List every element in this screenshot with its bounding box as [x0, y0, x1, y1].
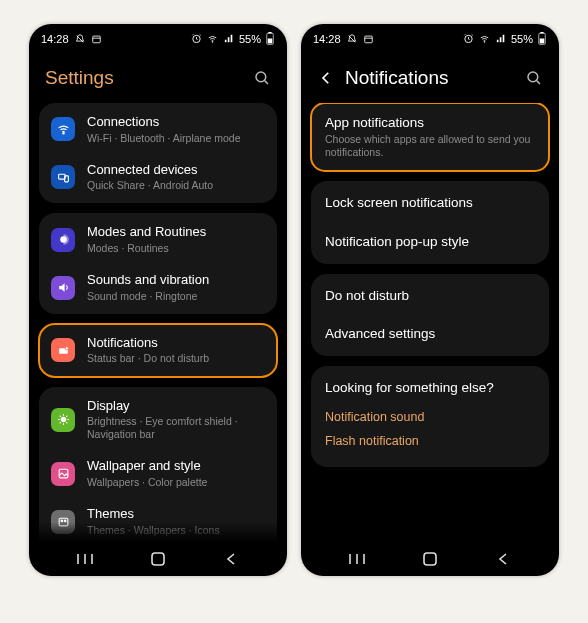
svg-point-12 [65, 346, 68, 349]
wifi-icon [51, 117, 75, 141]
settings-item-modes[interactable]: Modes and Routines Modes · Routines [39, 213, 277, 266]
card-connections: Connections Wi-Fi · Bluetooth · Airplane… [39, 103, 277, 203]
svg-point-7 [62, 132, 63, 133]
card-display: Display Brightness · Eye comfort shield … [39, 387, 277, 542]
status-bar: 14:28 55% [29, 24, 287, 49]
status-time: 14:28 [313, 33, 341, 45]
nav-recents[interactable] [346, 552, 368, 566]
item-sub: Quick Share · Android Auto [87, 179, 264, 192]
item-title: Modes and Routines [87, 224, 264, 240]
item-popup-style[interactable]: Notification pop-up style [311, 226, 549, 264]
back-icon[interactable] [317, 69, 335, 87]
wifi-icon [206, 34, 219, 44]
modes-icon [51, 228, 75, 252]
devices-icon [51, 165, 75, 189]
card-modes: Modes and Routines Modes · Routines Soun… [39, 213, 277, 313]
item-sub: Wi-Fi · Bluetooth · Airplane mode [87, 132, 264, 145]
svg-point-2 [212, 41, 213, 42]
page-title: Notifications [345, 67, 515, 89]
wallpaper-icon [51, 462, 75, 486]
nav-home[interactable] [147, 552, 169, 566]
svg-point-16 [61, 520, 63, 522]
svg-rect-26 [424, 553, 436, 565]
status-time: 14:28 [41, 33, 69, 45]
card-notif-group-2: Do not disturb Advanced settings [311, 274, 549, 356]
notifications-content: App notifications Choose which apps are … [301, 103, 559, 542]
svg-rect-19 [364, 36, 372, 43]
item-title: Wallpaper and style [87, 458, 264, 474]
calendar-icon [363, 34, 374, 44]
svg-rect-0 [92, 36, 100, 43]
item-title: Connected devices [87, 162, 264, 178]
card-related: Looking for something else? Notification… [311, 366, 549, 467]
item-title: Advanced settings [325, 326, 535, 342]
item-title: Display [87, 398, 264, 414]
svg-point-25 [528, 72, 538, 82]
settings-header: Settings [29, 49, 287, 103]
svg-rect-24 [540, 39, 545, 44]
notifications-header: Notifications [301, 49, 559, 103]
settings-item-sounds[interactable]: Sounds and vibration Sound mode · Ringto… [39, 266, 277, 314]
item-sub: Themes · Wallpapers · Icons [87, 524, 264, 537]
link-flash-notification[interactable]: Flash notification [311, 429, 549, 453]
card-notif-group-1: Lock screen notifications Notification p… [311, 181, 549, 263]
nav-recents[interactable] [74, 552, 96, 566]
svg-point-17 [64, 520, 66, 522]
item-title: Do not disturb [325, 288, 535, 304]
display-icon [51, 408, 75, 432]
nav-back[interactable] [492, 552, 514, 566]
item-title: Lock screen notifications [325, 195, 535, 211]
nav-bar [301, 542, 559, 576]
item-sub: Sound mode · Ringtone [87, 290, 264, 303]
svg-rect-18 [152, 553, 164, 565]
phone-left: 14:28 55% Settings Connections Wi-Fi · B… [29, 24, 287, 576]
item-title: Notification pop-up style [325, 234, 535, 250]
settings-item-connected-devices[interactable]: Connected devices Quick Share · Android … [39, 156, 277, 204]
item-lock-screen-notif[interactable]: Lock screen notifications [311, 181, 549, 225]
nav-bar [29, 542, 287, 576]
dnd-off-icon [73, 34, 87, 44]
related-heading: Looking for something else? [311, 366, 549, 405]
alarm-icon [463, 33, 474, 44]
item-title: App notifications [325, 115, 535, 131]
card-notifications: Notifications Status bar · Do not distur… [39, 324, 277, 377]
phone-right: 14:28 55% Notifications App notification… [301, 24, 559, 576]
item-sub: Brightness · Eye comfort shield · Naviga… [87, 415, 264, 441]
item-advanced-settings[interactable]: Advanced settings [311, 318, 549, 356]
settings-item-notifications[interactable]: Notifications Status bar · Do not distur… [39, 324, 277, 377]
item-do-not-disturb[interactable]: Do not disturb [311, 274, 549, 318]
svg-rect-4 [268, 32, 271, 33]
settings-item-wallpaper[interactable]: Wallpaper and style Wallpapers · Color p… [39, 452, 277, 500]
search-icon[interactable] [525, 69, 543, 87]
settings-item-connections[interactable]: Connections Wi-Fi · Bluetooth · Airplane… [39, 103, 277, 156]
svg-rect-5 [268, 39, 273, 44]
signal-icon [495, 34, 507, 44]
page-title: Settings [45, 67, 243, 89]
settings-item-themes[interactable]: Themes Themes · Wallpapers · Icons [39, 500, 277, 542]
item-sub: Modes · Routines [87, 242, 264, 255]
calendar-icon [91, 34, 102, 44]
settings-item-display[interactable]: Display Brightness · Eye comfort shield … [39, 387, 277, 453]
item-title: Notifications [87, 335, 264, 351]
status-battery: 55% [511, 33, 533, 45]
svg-point-13 [61, 417, 65, 421]
svg-point-21 [484, 41, 485, 42]
wifi-icon [478, 34, 491, 44]
item-sub: Choose which apps are allowed to send yo… [325, 133, 535, 159]
status-battery: 55% [239, 33, 261, 45]
svg-point-6 [256, 72, 266, 82]
svg-rect-23 [540, 32, 543, 33]
settings-content: Connections Wi-Fi · Bluetooth · Airplane… [29, 103, 287, 542]
search-icon[interactable] [253, 69, 271, 87]
link-notification-sound[interactable]: Notification sound [311, 405, 549, 429]
nav-home[interactable] [419, 552, 441, 566]
signal-icon [223, 34, 235, 44]
item-sub: Status bar · Do not disturb [87, 352, 264, 365]
svg-rect-14 [59, 469, 68, 478]
svg-rect-15 [59, 518, 68, 526]
item-sub: Wallpapers · Color palette [87, 476, 264, 489]
sound-icon [51, 276, 75, 300]
themes-icon [51, 510, 75, 534]
item-app-notifications[interactable]: App notifications Choose which apps are … [311, 103, 549, 171]
nav-back[interactable] [220, 552, 242, 566]
